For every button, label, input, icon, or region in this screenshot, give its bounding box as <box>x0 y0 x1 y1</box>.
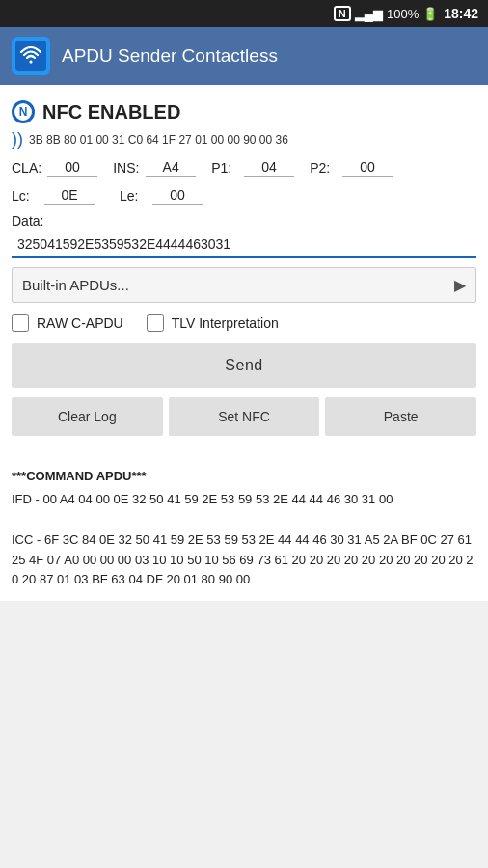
signal-icon: ▂▄▆ <box>355 7 383 21</box>
command-log-line: IFD - 00 A4 04 00 0E 32 50 41 59 2E 53 5… <box>12 490 476 509</box>
send-button[interactable]: Send <box>12 343 476 388</box>
app-icon <box>12 37 50 75</box>
cla-input[interactable] <box>47 157 97 177</box>
battery-percent: 100% <box>387 7 419 21</box>
builtin-apdus-dropdown[interactable]: Built-in APDUs... ▶ <box>12 267 476 303</box>
nfc-enabled-label: NFC ENABLED <box>42 101 180 123</box>
p1-input[interactable] <box>244 157 294 177</box>
set-nfc-button[interactable]: Set NFC <box>169 397 320 436</box>
tlv-checkbox[interactable] <box>147 314 164 332</box>
main-content: N NFC ENABLED )) 3B 8B 80 01 00 31 C0 64… <box>0 85 488 461</box>
p2-label: P2: <box>310 160 337 176</box>
dropdown-arrow-icon: ▶ <box>454 276 466 294</box>
clock: 18:42 <box>444 6 478 21</box>
checkbox-row: RAW C-APDU TLV Interpretation <box>12 314 476 332</box>
p1-label: P1: <box>211 160 238 176</box>
nfc-wave-icon: )) <box>12 129 23 149</box>
p2-input[interactable] <box>342 157 393 177</box>
nfc-status-row: N NFC ENABLED <box>12 95 476 127</box>
le-label: Le: <box>120 188 147 203</box>
nfc-hex-data: 3B 8B 80 01 00 31 C0 64 1F 27 01 00 00 9… <box>29 133 288 147</box>
lc-label: Lc: <box>12 188 39 203</box>
tlv-checkbox-item[interactable]: TLV Interpretation <box>147 314 279 332</box>
data-label: Data: <box>12 213 476 229</box>
nfc-logo-icon: N <box>12 100 35 123</box>
battery-icon: 🔋 <box>422 7 438 21</box>
action-buttons-row: Clear Log Set NFC Paste <box>12 397 476 436</box>
raw-capdu-label: RAW C-APDU <box>37 315 123 331</box>
status-icons: N ▂▄▆ 100% 🔋 <box>334 6 438 21</box>
app-title: APDU Sender Contactless <box>62 45 278 67</box>
paste-button[interactable]: Paste <box>325 397 476 436</box>
apdu-fields-row2: Lc: Le: <box>12 185 476 205</box>
tlv-label: TLV Interpretation <box>172 315 279 331</box>
data-input[interactable] <box>12 232 476 258</box>
command-header: ***COMMAND APDU*** <box>12 467 476 486</box>
dropdown-label: Built-in APDUs... <box>22 277 129 293</box>
app-header: APDU Sender Contactless <box>0 27 488 85</box>
lc-input[interactable] <box>44 185 95 205</box>
clear-log-button[interactable]: Clear Log <box>12 397 163 436</box>
nfc-hex-row: )) 3B 8B 80 01 00 31 C0 64 1F 27 01 00 0… <box>12 127 476 157</box>
svg-point-1 <box>30 61 33 64</box>
cla-label: CLA: <box>12 160 41 176</box>
nfc-status-icon: N <box>334 6 351 21</box>
raw-capdu-checkbox-item[interactable]: RAW C-APDU <box>12 314 123 332</box>
ins-label: INS: <box>113 160 140 176</box>
ins-input[interactable] <box>146 157 196 177</box>
response-log-line: ICC - 6F 3C 84 0E 32 50 41 59 2E 53 59 5… <box>12 530 476 588</box>
raw-capdu-checkbox[interactable] <box>12 314 29 332</box>
log-area: ***COMMAND APDU*** IFD - 00 A4 04 00 0E … <box>0 461 488 601</box>
status-bar: N ▂▄▆ 100% 🔋 18:42 <box>0 0 488 27</box>
le-input[interactable] <box>152 185 203 205</box>
apdu-fields-row1: CLA: INS: P1: P2: <box>12 157 476 177</box>
